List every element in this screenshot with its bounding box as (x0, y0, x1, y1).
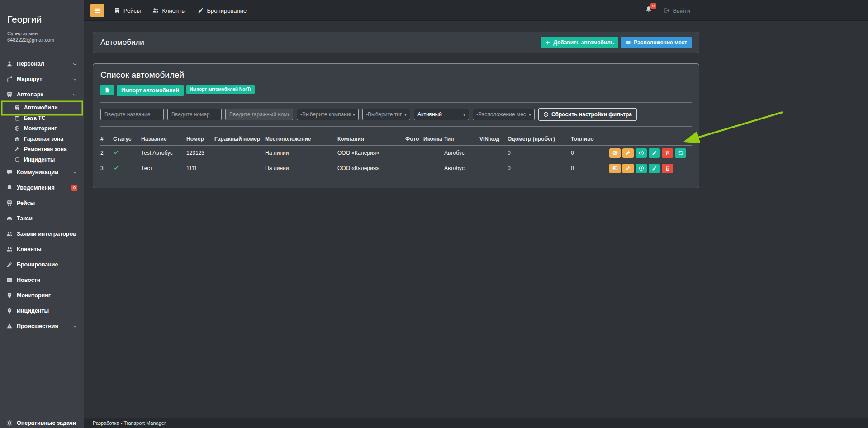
maintenance-icon (626, 166, 631, 171)
edit-button[interactable] (649, 148, 660, 158)
import-vehicles-nortr-button[interactable]: Импорт автомобилей NorTr (186, 85, 255, 94)
garage-number-filter-input[interactable] (225, 109, 293, 120)
panel-title: Список автомобилей (100, 70, 692, 80)
sidebar-item-repair-zone[interactable]: Ремонтная зона (0, 144, 84, 154)
status-check-icon (113, 149, 119, 155)
column-header: Одометр (пробег) (508, 133, 571, 145)
cell-status (113, 145, 141, 161)
cell-garage_number (214, 145, 265, 161)
edit-button[interactable] (649, 164, 660, 173)
status-select[interactable]: Активный ▾ (414, 109, 469, 120)
column-header: # (100, 133, 113, 145)
caret-down-icon: ▾ (353, 112, 355, 117)
cell-number: 1111 (186, 161, 214, 176)
logout-icon (664, 7, 670, 14)
maintenance-button[interactable] (622, 164, 634, 173)
chevron-down-icon (72, 324, 77, 329)
history-button[interactable] (675, 148, 686, 158)
sidebar-item-label: Оперативные задачи (17, 420, 76, 426)
notifications-button[interactable]: 0 (645, 6, 652, 15)
route-sheet-button[interactable] (609, 164, 621, 173)
type-select[interactable]: -Выберите тип- ▾ (362, 109, 410, 120)
route-sheet-button[interactable] (609, 148, 621, 158)
sidebar-item-label: База ТС (24, 115, 45, 121)
logout-button[interactable]: Выйти (664, 7, 691, 14)
name-filter-input[interactable] (100, 109, 164, 120)
sidebar-item-taxi[interactable]: Такси (0, 211, 84, 226)
topnav-item-booking[interactable]: Бронирование (198, 7, 247, 14)
sidebar-item-booking[interactable]: Бронирование (0, 257, 84, 272)
footer: Разработка - Transport Manager (84, 418, 868, 428)
seats-select[interactable]: -Расположение мест- ▾ (473, 109, 535, 120)
sidebar-item-label: Происшествия (17, 323, 58, 329)
refresh-icon (14, 157, 20, 162)
pin-icon (6, 292, 13, 299)
delete-button[interactable] (662, 148, 673, 158)
export-file-button[interactable] (100, 85, 114, 95)
column-header: VIN код (479, 133, 508, 145)
work-time-button[interactable] (636, 164, 647, 173)
sidebar-item-news[interactable]: Новости (0, 272, 84, 288)
sidebar-item-fleet[interactable]: Автопарк (0, 87, 84, 102)
add-vehicle-label: Добавить автомобиль (553, 39, 614, 46)
chevron-down-icon (72, 170, 77, 175)
sidebar-item-fleet-monitoring[interactable]: Мониторинг (0, 123, 84, 133)
topnav-item-flights[interactable]: Рейсы (114, 7, 141, 14)
maintenance-button[interactable] (622, 148, 634, 158)
sidebar-item-communications[interactable]: Коммуникации (0, 165, 84, 180)
sidebar-item-incidents[interactable]: Инциденты (0, 303, 84, 319)
add-vehicle-button[interactable]: Добавить автомобиль (541, 37, 618, 48)
sidebar-item-label: Заявки интеграторов (17, 231, 76, 237)
delete-button[interactable] (662, 164, 673, 173)
caret-down-icon: ▾ (404, 112, 407, 117)
sidebar-item-route[interactable]: Маршрут (0, 71, 84, 87)
sidebar-item-notifications[interactable]: Уведомления0 (0, 180, 84, 195)
history-icon (678, 150, 683, 156)
sidebar-item-label: Такси (17, 215, 33, 222)
db-icon (14, 115, 20, 121)
number-filter-input[interactable] (167, 109, 222, 120)
person-icon (6, 61, 13, 67)
chevron-down-icon (72, 92, 77, 97)
table-row: 2Test Автобус123123На линииООО «Калерия»… (100, 145, 692, 161)
company-select[interactable]: -Выберите компанию- ▾ (297, 109, 359, 120)
warn-icon (6, 323, 13, 329)
chevron-down-icon (72, 62, 77, 67)
hamburger-button[interactable] (90, 4, 104, 17)
reset-filters-button[interactable]: Сбросить настройки фильтра (538, 108, 637, 121)
cell-company: ООО «Калерия» (337, 161, 405, 176)
seat-layout-button[interactable]: Расположение мест (621, 37, 692, 48)
sidebar-item-garage-zone[interactable]: Гаражная зона (0, 133, 84, 144)
sidebar-item-integrator-requests[interactable]: Заявки интеграторов (0, 226, 84, 242)
footer-text: Разработка - Transport Manager (93, 420, 166, 426)
edit-icon (6, 262, 13, 268)
sidebar-item-fleet-incidents[interactable]: Инциденты (0, 154, 84, 165)
cell-fuel: 0 (571, 161, 609, 176)
topnav-item-label: Клиенты (162, 7, 185, 14)
cell-icon (423, 145, 444, 161)
file-icon (104, 87, 110, 93)
cell-vin (479, 145, 508, 161)
sidebar-item-clients[interactable]: Клиенты (0, 242, 84, 257)
topnav-item-clients[interactable]: Клиенты (152, 7, 185, 14)
cell-icon (423, 161, 444, 176)
sidebar-item-label: Инциденты (24, 157, 55, 163)
route-sheet-icon (612, 150, 618, 156)
sidebar-item-label: Гаражная зона (24, 136, 63, 142)
topnav-menu: РейсыКлиентыБронирование (114, 7, 247, 14)
sidebar-item-flights[interactable]: Рейсы (0, 195, 84, 211)
sidebar-item-accidents[interactable]: Происшествия (0, 319, 84, 334)
sidebar-item-personnel[interactable]: Персонал (0, 56, 84, 71)
route-sheet-icon (612, 166, 618, 171)
sidebar: Георгий Супер админ 6482222@gmail.com Пе… (0, 0, 84, 428)
sidebar-item-vehicles[interactable]: Автомобили (0, 102, 84, 113)
sidebar-item-monitoring[interactable]: Мониторинг (0, 288, 84, 303)
import-vehicles-button[interactable]: Импорт автомобилей (117, 85, 184, 96)
delete-icon (665, 166, 670, 171)
sidebar-item-vehicle-db[interactable]: База ТС (0, 113, 84, 123)
sidebar-item-operational-tasks[interactable]: Оперативные задачи (0, 415, 84, 428)
topnav-item-label: Бронирование (207, 7, 247, 14)
wrench-icon (14, 147, 20, 152)
bus-icon (6, 200, 13, 206)
work-time-button[interactable] (636, 148, 647, 158)
